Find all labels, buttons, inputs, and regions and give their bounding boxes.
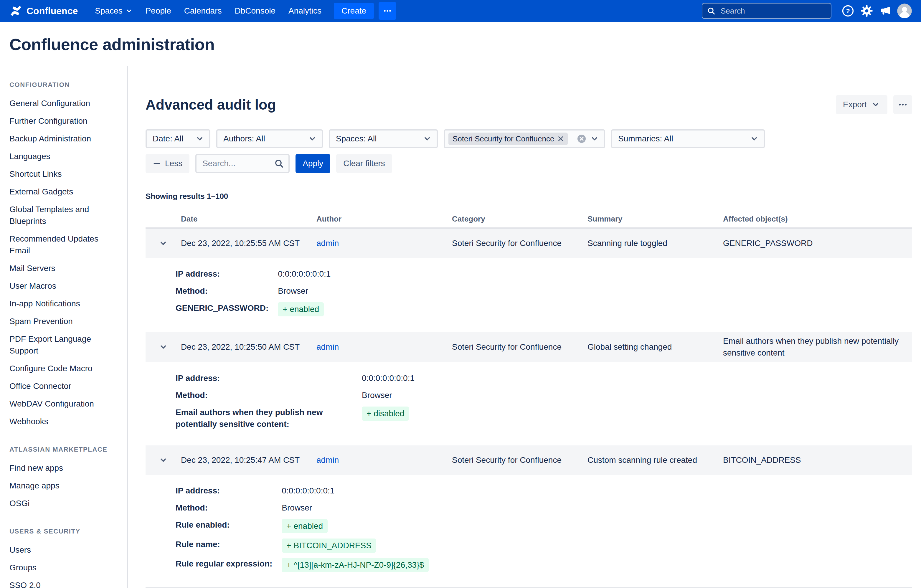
sidebar-item-find-new-apps[interactable]: Find new apps — [10, 459, 117, 477]
sidebar-section-users-security: USERS & SECURITY — [10, 528, 117, 535]
admin-sidebar: CONFIGURATIONGeneral ConfigurationFurthe… — [0, 66, 128, 588]
row-category: Soteri Security for Confluence — [452, 338, 587, 356]
column-header-affected-object-s: Affected object(s) — [723, 214, 912, 224]
detail-value: + ^[13][a-km-zA-HJ-NP-Z0-9]{26,33}$ — [282, 558, 904, 572]
row-expand-toggle[interactable] — [146, 455, 181, 465]
date-filter[interactable]: Date: All — [146, 129, 210, 148]
change-badge: + enabled — [278, 302, 324, 317]
sidebar-item-pdf-export-language-support[interactable]: PDF Export Language Support — [10, 330, 117, 360]
export-button[interactable]: Export — [836, 95, 887, 114]
nav-more-button[interactable] — [379, 2, 396, 20]
detail-value: + disabled — [362, 406, 904, 421]
sidebar-item-shortcut-links[interactable]: Shortcut Links — [10, 165, 117, 183]
sidebar-item-users[interactable]: Users — [10, 541, 117, 559]
sidebar-item-webhooks[interactable]: Webhooks — [10, 413, 117, 430]
confluence-logo[interactable]: Confluence — [7, 5, 80, 17]
announcements-button[interactable] — [876, 2, 895, 20]
nav-item-dbconsole[interactable]: DbConsole — [228, 2, 282, 20]
sidebar-item-groups[interactable]: Groups — [10, 559, 117, 577]
sidebar-item-languages[interactable]: Languages — [10, 148, 117, 165]
audit-row[interactable]: Dec 23, 2022, 10:25:47 AM CSTadminSoteri… — [146, 445, 912, 475]
sidebar-item-in-app-notifications[interactable]: In-app Notifications — [10, 295, 117, 313]
category-filter-chip[interactable]: Soteri Security for Confluence — [448, 133, 568, 145]
create-button[interactable]: Create — [334, 3, 374, 19]
filter-row-2: Less Apply Clear filters — [146, 154, 912, 173]
sidebar-item-backup-administration[interactable]: Backup Administration — [10, 130, 117, 148]
nav-item-label: Calendars — [184, 6, 222, 16]
chevron-down-icon — [871, 100, 880, 109]
clear-filter-icon[interactable] — [577, 134, 586, 143]
help-icon: ? — [841, 5, 854, 17]
nav-item-people[interactable]: People — [139, 2, 177, 20]
sidebar-item-recommended-updates-email[interactable]: Recommended Updates Email — [10, 230, 117, 260]
remove-chip-icon[interactable] — [558, 136, 564, 142]
audit-row[interactable]: Dec 23, 2022, 10:25:55 AM CSTadminSoteri… — [146, 229, 912, 258]
change-badge: + disabled — [362, 406, 409, 421]
megaphone-icon — [879, 5, 892, 17]
filter-row-1: Date: All Authors: All Spaces: All Soter… — [146, 129, 912, 148]
less-filters-button[interactable]: Less — [146, 154, 189, 173]
sidebar-item-sso-2-0[interactable]: SSO 2.0 — [10, 577, 117, 588]
sidebar-item-external-gadgets[interactable]: External Gadgets — [10, 183, 117, 201]
audit-row[interactable]: Dec 23, 2022, 10:25:50 AM CSTadminSoteri… — [146, 332, 912, 362]
filter-search-input[interactable] — [201, 158, 271, 169]
summaries-filter[interactable]: Summaries: All — [611, 129, 765, 148]
less-filters-label: Less — [165, 159, 182, 168]
filter-search[interactable] — [195, 154, 290, 173]
nav-item-calendars[interactable]: Calendars — [177, 2, 228, 20]
category-filter[interactable]: Soteri Security for Confluence — [444, 129, 605, 148]
settings-button[interactable] — [858, 2, 876, 20]
column-header-author: Author — [316, 214, 452, 224]
sidebar-item-webdav-configuration[interactable]: WebDAV Configuration — [10, 395, 117, 413]
main-header: Advanced audit log Export — [146, 95, 912, 114]
nav-search-input[interactable] — [719, 6, 826, 16]
detail-label: IP address: — [176, 372, 352, 384]
row-expand-toggle[interactable] — [146, 239, 181, 248]
main-content: Advanced audit log Export Date: All Auth… — [128, 66, 921, 588]
row-author-link[interactable]: admin — [316, 239, 339, 248]
chevron-down-icon — [423, 134, 432, 143]
spaces-filter[interactable]: Spaces: All — [329, 129, 438, 148]
ellipsis-icon — [383, 6, 392, 16]
row-category: Soteri Security for Confluence — [452, 451, 587, 469]
detail-label: Method: — [176, 502, 272, 514]
row-author-link[interactable]: admin — [316, 455, 339, 465]
sidebar-item-general-configuration[interactable]: General Configuration — [10, 94, 117, 112]
column-header-date: Date — [181, 214, 316, 224]
apply-button[interactable]: Apply — [296, 154, 330, 173]
page-title: Confluence administration — [10, 35, 911, 54]
help-button[interactable]: ? — [838, 2, 858, 20]
category-chip-label: Soteri Security for Confluence — [452, 134, 554, 143]
nav-search[interactable] — [702, 3, 832, 19]
row-details: IP address:0:0:0:0:0:0:0:1Method:Browser… — [146, 475, 912, 587]
primary-nav: SpacesPeopleCalendarsDbConsoleAnalytics — [88, 2, 328, 20]
page-title-bar: Confluence administration — [0, 22, 921, 66]
detail-label: Rule name: — [176, 539, 272, 550]
row-author: admin — [316, 451, 452, 469]
authors-filter[interactable]: Authors: All — [216, 129, 323, 148]
nav-item-analytics[interactable]: Analytics — [282, 2, 328, 20]
sidebar-item-mail-servers[interactable]: Mail Servers — [10, 260, 117, 277]
detail-value: 0:0:0:0:0:0:0:1 — [282, 485, 904, 497]
nav-item-spaces[interactable]: Spaces — [88, 2, 139, 20]
row-date: Dec 23, 2022, 10:25:55 AM CST — [181, 234, 316, 253]
row-affected: Email authors when they publish new pote… — [723, 332, 912, 362]
chevron-down-icon — [158, 342, 168, 352]
sidebar-item-spam-prevention[interactable]: Spam Prevention — [10, 313, 117, 330]
row-expand-toggle[interactable] — [146, 342, 181, 352]
sidebar-item-configure-code-macro[interactable]: Configure Code Macro — [10, 360, 117, 377]
sidebar-item-global-templates-and-blueprints[interactable]: Global Templates and Blueprints — [10, 201, 117, 230]
sidebar-item-further-configuration[interactable]: Further Configuration — [10, 112, 117, 130]
row-author-link[interactable]: admin — [316, 342, 339, 351]
results-count: Showing results 1–100 — [146, 192, 912, 201]
more-actions-button[interactable] — [893, 95, 912, 114]
sidebar-item-manage-apps[interactable]: Manage apps — [10, 477, 117, 495]
search-icon — [274, 159, 284, 168]
profile-button[interactable] — [895, 2, 914, 20]
sidebar-item-office-connector[interactable]: Office Connector — [10, 377, 117, 395]
nav-item-label: Spaces — [95, 6, 122, 16]
sidebar-item-osgi[interactable]: OSGi — [10, 495, 117, 512]
clear-filters-button[interactable]: Clear filters — [336, 154, 392, 173]
sidebar-item-user-macros[interactable]: User Macros — [10, 277, 117, 295]
detail-value: + enabled — [282, 519, 904, 533]
